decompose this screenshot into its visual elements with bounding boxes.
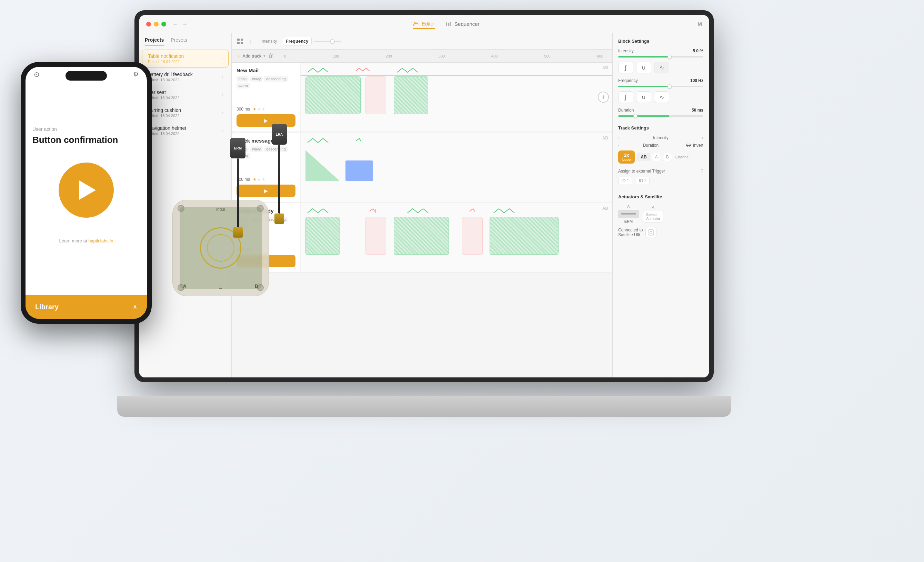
svg-rect-1 xyxy=(448,23,449,26)
cable-erm: ERM xyxy=(228,138,248,241)
plus-icon: + xyxy=(237,53,240,59)
editor-toolbar: | Intensity Frequency xyxy=(232,33,612,49)
add-track-button[interactable]: + Add track ▾ xyxy=(237,53,266,59)
io-more-icon[interactable]: ··· xyxy=(653,178,657,183)
track-timeline-coffee[interactable]: AB xyxy=(301,203,612,272)
mode-slider-track[interactable] xyxy=(314,40,341,42)
add-block-button[interactable]: + xyxy=(598,91,609,103)
phone-learn-link[interactable]: hapticlabs.io xyxy=(88,238,113,244)
divider-2 xyxy=(618,190,704,190)
delete-track-icon[interactable]: 🗑 xyxy=(268,53,275,60)
satellite-device-icon xyxy=(648,229,654,236)
star-rating[interactable]: ★ ★ ★ xyxy=(253,177,266,182)
mode-btn-intensity[interactable]: Intensity xyxy=(258,37,280,45)
sidebar-tab-presets[interactable]: Presets xyxy=(171,37,187,46)
io-btn-2[interactable]: IO 2 xyxy=(636,177,650,185)
cable-erm-label: ERM xyxy=(234,146,242,150)
haptic-block-coffee-3[interactable] xyxy=(490,217,558,255)
sidebar-item-subtitle: Edited: 18.04.2022 xyxy=(148,96,179,100)
star-rating[interactable]: ★ ★ ★ xyxy=(253,107,266,112)
actuator-chip xyxy=(618,210,639,218)
minimize-button[interactable] xyxy=(154,22,159,27)
ruler-mark-100: 100 xyxy=(333,54,339,58)
ts-duration-left-arrow[interactable]: ‹ xyxy=(618,143,620,147)
frequency-slider[interactable] xyxy=(618,86,704,87)
traffic-lights xyxy=(146,22,166,27)
svg-rect-2 xyxy=(450,22,451,26)
actuators-title: Actuators & Satellite xyxy=(618,194,704,199)
titlebar-nav: ← → xyxy=(173,21,188,27)
loop-channel-row: 2x Loop AB A B Channel xyxy=(618,151,704,164)
trigger-row: Assign to external Trigger ? xyxy=(618,168,704,174)
haptic-block-pink[interactable] xyxy=(366,76,386,114)
sidebar-item-battery-drill[interactable]: Battery drill feedback Edited: 18.04.202… xyxy=(142,68,229,85)
sidebar-item-purring-cushion[interactable]: Purring cushion Edited: 18.04.2022 › xyxy=(142,104,229,121)
track-timeline-slack[interactable]: AB xyxy=(301,133,612,202)
haptic-block-2[interactable] xyxy=(394,76,428,114)
sidebar-item-table-notification[interactable]: Table notification Edited: 18.04.2022 › xyxy=(142,49,229,67)
freq-wave-btn-1[interactable]: ∫ xyxy=(618,91,633,103)
trigger-help-icon[interactable]: ? xyxy=(700,168,704,174)
ts-intensity-row: ‹ Intensity › xyxy=(618,135,704,140)
forward-arrow[interactable]: → xyxy=(182,21,188,27)
intensity-slider-thumb xyxy=(668,55,672,59)
sidebar-tab-projects[interactable]: Projects xyxy=(145,37,164,46)
sidebar-item-content: Table notification Edited: 18.04.2022 xyxy=(148,53,184,64)
io-btn-1[interactable]: IO 1 xyxy=(618,177,632,185)
track-row-new-mail: New Mail crisp wavy descending warm xyxy=(232,63,612,132)
close-button[interactable] xyxy=(146,22,151,27)
ruler-mark-500: 500 xyxy=(544,54,550,58)
satellite-row: Connected toSatellite Ulli xyxy=(618,227,704,238)
select-actuator-button[interactable]: SelectActuator xyxy=(643,211,663,223)
tab-sequencer-label: Sequencer xyxy=(454,21,480,27)
settings-icon: ⚙ xyxy=(133,70,139,78)
svg-rect-0 xyxy=(446,22,447,26)
phone-play-button[interactable] xyxy=(58,163,114,218)
app-window: ← → Editor xyxy=(139,15,709,377)
wave-btn-curve[interactable]: ∪ xyxy=(636,62,651,73)
tag-warm: warm xyxy=(237,83,250,88)
right-panel: Block Settings Intensity 5.0 % ∫ ∪ ∿ xyxy=(612,33,709,377)
wave-btn-decay[interactable]: ∫ xyxy=(618,62,633,73)
ts-intensity-right-arrow[interactable]: › xyxy=(702,136,704,140)
tab-editor[interactable]: Editor xyxy=(413,19,435,29)
fullscreen-button[interactable] xyxy=(161,22,166,27)
duration-slider[interactable] xyxy=(618,115,704,117)
mode-btn-frequency[interactable]: Frequency xyxy=(283,37,312,45)
phone-library-bar[interactable]: Library ∧ xyxy=(26,295,147,319)
haptic-block-1[interactable] xyxy=(306,76,361,114)
intensity-slider[interactable] xyxy=(618,56,704,57)
ts-duration-label: Duration xyxy=(622,143,680,148)
ts-intensity-left-arrow[interactable]: ‹ xyxy=(618,136,620,140)
back-arrow[interactable]: ← xyxy=(173,21,178,27)
sidebar-item-car-seat[interactable]: Car seat Edited: 18.04.2022 › xyxy=(142,86,229,103)
haptic-block-coffee-1[interactable] xyxy=(306,217,340,255)
satellite-icon[interactable] xyxy=(645,227,657,238)
tag-wavy: wavy xyxy=(250,76,263,82)
tab-sequencer[interactable]: Sequencer xyxy=(446,19,480,29)
actuator-a-label: A xyxy=(627,204,630,208)
blue-block[interactable] xyxy=(345,160,373,181)
ruler-mark-300: 300 xyxy=(438,54,445,58)
ch-btn-a[interactable]: A xyxy=(652,153,661,161)
invert-button[interactable]: Invert xyxy=(686,143,704,148)
ch-btn-b[interactable]: B xyxy=(663,153,672,161)
grid-view-icon[interactable] xyxy=(237,39,243,44)
wave-btn-wave[interactable]: ∿ xyxy=(654,62,669,73)
hw-usb-icon: ⌁ xyxy=(219,284,223,292)
ch-btn-ab[interactable]: AB xyxy=(638,153,650,161)
freq-wave-btn-3[interactable]: ∿ xyxy=(654,91,669,103)
intensity-row: Intensity 5.0 % xyxy=(618,49,704,53)
hw-pcb xyxy=(180,207,262,289)
haptic-block-coffee-2[interactable] xyxy=(394,217,449,255)
ts-duration-right-arrow[interactable]: › xyxy=(682,143,683,147)
sidebar-item-navigation-helmet[interactable]: Navigation helmet Edited: 18.04.2022 › xyxy=(142,122,229,139)
freq-wave-btn-2[interactable]: ∪ xyxy=(636,91,651,103)
triangle-block[interactable] xyxy=(306,150,340,181)
haptic-pink-coffee-2[interactable] xyxy=(462,217,483,255)
track-label-ab: AB xyxy=(602,206,608,211)
track-timeline-new-mail[interactable]: AB xyxy=(301,63,612,132)
loop-button[interactable]: 2x Loop xyxy=(618,151,635,164)
haptic-pink-coffee-1[interactable] xyxy=(366,217,386,255)
star-3: ★ xyxy=(262,107,266,112)
